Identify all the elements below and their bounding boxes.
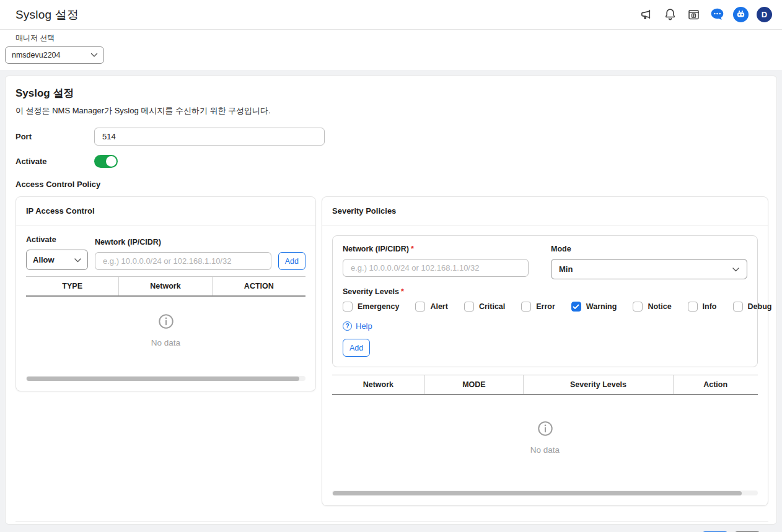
toggle-knob [106, 156, 116, 167]
severity-form: Network (IP/CIDR)* Mode Min [332, 235, 758, 367]
checkbox-box [521, 302, 531, 312]
severity-form-row: Network (IP/CIDR)* Mode Min [343, 245, 747, 279]
ip-network-input[interactable] [95, 252, 271, 270]
severity-network-input[interactable] [343, 259, 529, 277]
ip-access-control-body: Activate Allow Newtork (IP/CIDR) Add [16, 225, 315, 391]
checkbox-debug[interactable]: Debug [733, 302, 772, 312]
severity-network-label: Network (IP/CIDR)* [343, 245, 529, 254]
column-mode: MODE [425, 375, 524, 394]
ip-table-header: TYPE Network ACTION [26, 276, 305, 297]
ip-add-button[interactable]: Add [278, 252, 305, 270]
severity-levels-group: Emergency Alert Critical Error [343, 302, 747, 312]
policy-cards: IP Access Control Activate Allow Newtork [15, 196, 768, 506]
manager-select-label: 매니저 선택 [15, 33, 782, 43]
checkbox-box [733, 302, 743, 312]
port-input[interactable] [94, 128, 325, 146]
mode-select-value: Min [559, 264, 573, 274]
mode-select[interactable]: Min [551, 259, 747, 279]
chat-icon[interactable] [710, 7, 725, 22]
info-icon [537, 420, 554, 437]
severity-horizontal-scrollbar-track [332, 491, 758, 495]
ip-activate-value: Allow [33, 255, 55, 264]
ip-activate-select[interactable]: Allow [26, 250, 88, 270]
panel-title: Syslog 설정 [15, 87, 768, 100]
chevron-down-icon [74, 255, 81, 264]
help-link[interactable]: Help [343, 321, 372, 331]
mode-label: Mode [551, 245, 747, 254]
checkbox-error[interactable]: Error [521, 302, 555, 312]
checkbox-notice[interactable]: Notice [633, 302, 671, 312]
chevron-down-icon [732, 264, 739, 274]
column-action: ACTION [213, 277, 305, 295]
activate-toggle[interactable] [94, 155, 118, 168]
column-type: TYPE [26, 277, 119, 295]
checkbox-alert[interactable]: Alert [415, 302, 447, 312]
severity-no-data: No data [332, 395, 758, 473]
network-field: Newtork (IP/CIDR) [95, 238, 271, 270]
user-avatar[interactable]: D [757, 7, 772, 22]
required-asterisk: * [411, 245, 414, 253]
ip-access-controls: Activate Allow Newtork (IP/CIDR) Add [26, 235, 305, 270]
column-action: Action [674, 375, 757, 394]
info-icon [157, 313, 175, 330]
top-bar: Syslog 설정 [0, 0, 782, 30]
page-title: Syslog 설정 [15, 7, 79, 23]
severity-policies-body: Network (IP/CIDR)* Mode Min [322, 225, 768, 505]
column-severity-levels: Severity Levels [524, 375, 674, 394]
checkbox-box [415, 302, 425, 312]
ip-access-control-title: IP Access Control [16, 197, 315, 225]
ip-network-label: Newtork (IP/CIDR) [95, 238, 271, 247]
manager-select-value: nmsdevu2204 [12, 51, 61, 59]
panel-description: 이 설정은 NMS Manager가 Syslog 메시지를 수신하기 위한 구… [15, 106, 768, 116]
severity-levels-label: Severity Levels* [343, 287, 747, 297]
help-icon [343, 321, 352, 331]
checkbox-box [688, 302, 698, 312]
access-control-policy-label: Access Control Policy [15, 180, 768, 189]
severity-policies-title: Severity Policies [322, 197, 768, 225]
required-asterisk: * [401, 287, 404, 296]
panel-footer: 저장 리셋 [15, 521, 768, 532]
activate-row: Activate [15, 155, 768, 168]
checkbox-box [343, 302, 353, 312]
column-network: Network [119, 277, 212, 295]
severity-policies-card: Severity Policies Network (IP/CIDR)* Mod… [322, 196, 768, 506]
announcement-icon[interactable] [639, 7, 654, 22]
checkbox-critical[interactable]: Critical [464, 302, 505, 312]
column-network: Network [332, 375, 425, 394]
severity-add-button[interactable]: Add [343, 339, 370, 357]
activate-label: Activate [15, 157, 94, 166]
syslog-settings-panel: Syslog 설정 이 설정은 NMS Manager가 Syslog 메시지를… [5, 76, 777, 525]
chatbot-icon[interactable] [733, 7, 749, 22]
checkbox-info[interactable]: Info [688, 302, 717, 312]
severity-network-field: Network (IP/CIDR)* [343, 245, 529, 279]
chevron-down-icon [90, 51, 98, 59]
manager-section: 매니저 선택 nmsdevu2204 [0, 30, 782, 70]
mode-field: Mode Min [551, 245, 747, 279]
severity-horizontal-scrollbar-thumb[interactable] [333, 491, 742, 495]
topbar-icons: D [639, 7, 772, 22]
ip-access-control-card: IP Access Control Activate Allow Newtork [15, 196, 316, 391]
checkbox-box [633, 302, 643, 312]
no-data-text: No data [151, 338, 180, 347]
port-label: Port [15, 132, 94, 141]
no-data-text: No data [530, 445, 560, 455]
checkbox-box [571, 302, 581, 312]
notification-bell-icon[interactable] [662, 7, 678, 22]
ip-horizontal-scrollbar-track [26, 376, 305, 381]
port-row: Port [15, 128, 768, 146]
checkbox-warning[interactable]: Warning [571, 302, 617, 312]
ip-no-data: No data [26, 297, 305, 359]
ip-activate-label: Activate [26, 235, 88, 245]
ip-horizontal-scrollbar-thumb[interactable] [27, 377, 299, 381]
activate-field: Activate Allow [26, 235, 88, 270]
checkbox-box [464, 302, 474, 312]
checkbox-emergency[interactable]: Emergency [343, 302, 399, 312]
severity-table-header: Network MODE Severity Levels Action [332, 375, 758, 395]
manager-select[interactable]: nmsdevu2204 [5, 46, 104, 64]
release-notes-icon[interactable] [686, 7, 701, 22]
